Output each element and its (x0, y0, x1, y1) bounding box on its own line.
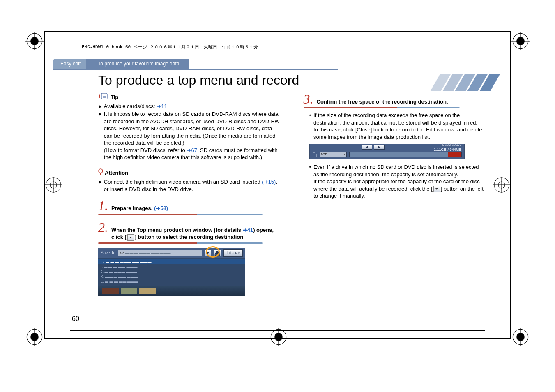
tip-icon (98, 92, 109, 102)
section-tabs: Easy edit To produce your favourite imag… (53, 58, 189, 69)
save-to-field[interactable]: G: ▬ ▬ ▬ ▬▬▬ ▬▬ ▬▬▬ (118, 250, 203, 256)
crop-mark-br (511, 328, 530, 346)
drive-option: L: ▬ ▬ ▬ ▬▬ ▬▬▬ (98, 279, 245, 284)
attention-bullet: ● Connect the high definition video came… (98, 178, 281, 193)
capacity-bar (349, 152, 462, 157)
next-button[interactable] (374, 145, 385, 150)
step-3-bullet-1: • If the size of the recording data exce… (309, 112, 486, 141)
capacity-overflow (448, 152, 461, 157)
tip-bullet-1-text: Available cards/discs: (104, 103, 157, 109)
link-page-15[interactable]: (➜15) (262, 179, 276, 185)
step-3-number: 3. (304, 92, 313, 106)
page-meta: ENG-HDW1.0.book 60 ページ ２００６年１１月２１日 火曜日 午… (82, 44, 258, 50)
page-frame: ENG-HDW1.0.book 60 ページ ２００６年１１月２１日 火曜日 午… (44, 31, 511, 339)
step-3-text: Confirm the free space of the recording … (317, 98, 448, 106)
capacity-dropdown[interactable]: 1GB (320, 152, 347, 157)
used-space-value: 1.11GB / 944MB (434, 148, 462, 152)
step-2-text-c: ] button to select the recording destina… (135, 234, 245, 240)
tip-bullet-2-text-b: (How to format DVD discs: refer to (104, 147, 187, 153)
used-space-panel: Used space 1.11GB / 944MB 1GB (309, 144, 465, 159)
step-3-bullet-2: • Even if a drive in which no SD card or… (309, 164, 486, 200)
tip-heading: Tip (98, 92, 281, 102)
link-page-58[interactable]: (➜58) (154, 205, 168, 211)
step-2-text-a: When the Top menu production window (for… (111, 227, 243, 233)
step-1: 1. Prepare images. (➜58) (98, 199, 281, 215)
step-3-p2a: Even if a drive in which no SD card or D… (313, 164, 479, 178)
link-page-67[interactable]: ➜67 (187, 147, 197, 153)
header-diagonal-decor (412, 74, 510, 92)
save-to-label: Save To (101, 250, 115, 256)
step-1-number: 1. (98, 199, 108, 212)
lightbulb-icon (98, 168, 103, 178)
step-3-p1b: In this case, click [Close] button to re… (313, 127, 482, 140)
tip-bullet-2: ● It is impossible to record data on SD … (98, 111, 281, 161)
page-number: 60 (72, 315, 79, 323)
step-2-underline (98, 242, 263, 244)
link-page-41[interactable]: ➜41 (243, 227, 253, 233)
tab-underline (53, 69, 338, 70)
crop-mark-tl (25, 32, 44, 50)
page-title: To produce a top menu and record (98, 73, 299, 88)
sd-card-icon (312, 152, 317, 157)
step-1-text: Prepare images. (111, 205, 154, 211)
step-2: 2. When the Top menu production window (… (98, 221, 281, 297)
initialize-button[interactable]: Initialize (223, 249, 243, 257)
header-rule (70, 40, 485, 40)
drive-option-selected: G: ▬ ▬ ▬ ▬▬▬ ▬▬ ▬▬▬ (98, 259, 245, 264)
svg-rect-42 (121, 288, 137, 294)
attention-heading: Attention (98, 168, 281, 178)
tab-favourite-image-data: To produce your favourite image data (86, 59, 189, 69)
crop-mark-bl (25, 328, 44, 346)
drive-option: K: ▬▬ ▬ ▬▬ ▬▬▬ (98, 274, 245, 279)
prev-button[interactable] (362, 145, 372, 150)
step-3-underline (304, 107, 460, 108)
svg-point-37 (99, 169, 103, 173)
drive-option: I: ▬ ▬ ▬ ▬▬ ▬▬▬ (98, 264, 245, 269)
drive-list[interactable]: G: ▬ ▬ ▬ ▬▬▬ ▬▬ ▬▬▬ I: ▬ ▬ ▬ ▬▬ ▬▬▬ J: ▬… (98, 258, 245, 286)
dropdown-icon (127, 234, 134, 241)
attention-label: Attention (105, 169, 128, 177)
step-2-number: 2. (98, 221, 108, 234)
step-3: 3. Confirm the free space of the recordi… (304, 92, 486, 108)
link-page-11[interactable]: ➜11 (157, 103, 167, 109)
tip-bullet-2-text-a: It is impossible to record data on SD ca… (104, 111, 280, 146)
right-column: 3. Confirm the free space of the recordi… (304, 92, 486, 322)
tab-easy-edit: Easy edit (53, 59, 88, 69)
tip-bullet-1: ● Available cards/discs: ➜11 (98, 103, 281, 110)
footer-rule (70, 330, 485, 331)
save-to-panel: Save To G: ▬ ▬ ▬ ▬▬▬ ▬▬ ▬▬▬ Initialize G… (98, 248, 245, 297)
step-3-p1: If the size of the recording data exceed… (313, 112, 477, 126)
used-space-label: Used space (442, 143, 462, 147)
drive-option: J: ▬ ▬ ▬▬▬ ▬▬▬ (98, 269, 245, 274)
crop-mark-tr (511, 32, 530, 50)
left-column: Tip ● Available cards/discs: ➜11 ● It is… (98, 92, 281, 322)
tip-label: Tip (111, 94, 118, 101)
svg-rect-41 (102, 288, 119, 294)
svg-rect-38 (100, 173, 101, 175)
step-1-underline (98, 214, 263, 215)
save-panel-preview (98, 286, 245, 296)
svg-rect-43 (139, 288, 156, 294)
attention-text-a: Connect the high definition video camera… (104, 179, 262, 185)
highlight-circle (206, 246, 220, 258)
dropdown-icon (433, 186, 440, 192)
